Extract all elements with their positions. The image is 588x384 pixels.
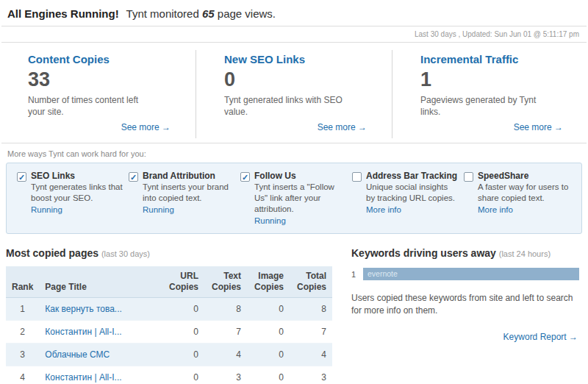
table-row: 1 Как вернуть това... 0 8 0 8 bbox=[6, 298, 332, 321]
checkbox-icon[interactable]: ✓ bbox=[129, 172, 138, 182]
col-page-title: Page Title bbox=[39, 266, 162, 298]
arrow-icon: → bbox=[358, 122, 367, 132]
see-more-label: See more bbox=[514, 122, 552, 132]
cell-url-copies: 0 bbox=[162, 298, 204, 321]
stat-incremental-traffic: Incremental Traffic 1 Pageviews generate… bbox=[392, 50, 588, 138]
stat-description: Tynt generated links with SEO value. bbox=[224, 94, 353, 118]
feature-description: Unique social insights by tracking URL c… bbox=[366, 182, 458, 204]
feature-label: Brand Attribution bbox=[143, 171, 234, 181]
keyword-bar[interactable]: evernote bbox=[363, 268, 579, 280]
cell-rank: 4 bbox=[6, 366, 39, 384]
page-title-link[interactable]: Константин | All-I... bbox=[45, 327, 121, 337]
cell-total-copies: 3 bbox=[290, 366, 332, 384]
cell-url-copies: 0 bbox=[162, 321, 204, 344]
cell-text-copies: 7 bbox=[204, 321, 247, 344]
keywords-section: Keywords driving users away (last 24 hou… bbox=[332, 247, 579, 384]
stat-value: 1 bbox=[420, 68, 570, 91]
cell-text-copies: 3 bbox=[204, 366, 247, 384]
cell-rank: 2 bbox=[6, 321, 39, 344]
feature-brand-attribution: ✓ Brand Attribution Tynt inserts your br… bbox=[129, 171, 240, 226]
see-more-label: See more bbox=[318, 122, 356, 132]
section-title: Most copied pages (last 30 days) bbox=[6, 247, 332, 259]
most-copied-table: Rank Page Title URL Copies Text Copies I… bbox=[6, 266, 332, 384]
table-row: 4 Константин | All-I... 0 3 0 3 bbox=[6, 366, 332, 384]
feature-body: Brand Attribution Tynt inserts your bran… bbox=[143, 171, 234, 226]
checkbox-icon[interactable]: ✓ bbox=[240, 172, 250, 182]
cell-rank: 3 bbox=[6, 344, 39, 366]
table-row: 2 Константин | All-I... 0 7 0 7 bbox=[6, 321, 332, 344]
cell-text-copies: 4 bbox=[204, 344, 247, 366]
see-more-link[interactable]: See more → bbox=[121, 122, 171, 132]
stat-title: Content Copies bbox=[28, 53, 178, 65]
cell-rank: 1 bbox=[6, 298, 39, 321]
features-heading: More ways Tynt can work hard for you: bbox=[0, 143, 588, 161]
col-text-copies: Text Copies bbox=[204, 266, 247, 298]
features-panel: ✓ SEO Links Tynt generates links that bo… bbox=[6, 163, 582, 234]
status-header: All Engines Running! Tynt monitored 65 p… bbox=[0, 0, 588, 26]
feature-follow-us: ✓ Follow Us Tynt inserts a "Follow Us" l… bbox=[240, 171, 352, 226]
pageview-count: 65 bbox=[202, 7, 215, 20]
feature-body: Address Bar Tracking Unique social insig… bbox=[366, 171, 458, 226]
feature-status-link[interactable]: Running bbox=[143, 205, 174, 214]
bottom-section: Most copied pages (last 30 days) Rank Pa… bbox=[0, 234, 588, 384]
stat-title: Incremental Traffic bbox=[420, 53, 570, 65]
keyword-rank: 1 bbox=[351, 270, 363, 279]
feature-status-link[interactable]: More info bbox=[478, 205, 513, 214]
feature-description: A faster way for users to share copied t… bbox=[478, 182, 570, 204]
feature-label: SpeedShare bbox=[478, 171, 570, 181]
cell-total-copies: 8 bbox=[290, 298, 332, 321]
page-title-link[interactable]: Константин | All-I... bbox=[45, 372, 121, 383]
feature-body: SEO Links Tynt generates links that boos… bbox=[31, 171, 123, 226]
cell-total-copies: 4 bbox=[290, 344, 332, 366]
feature-status-link[interactable]: Running bbox=[254, 216, 286, 225]
stat-new-seo-links: New SEO Links 0 Tynt generated links wit… bbox=[196, 50, 392, 138]
section-period: (last 30 days) bbox=[101, 249, 150, 258]
cell-image-copies: 0 bbox=[247, 321, 290, 344]
cell-text-copies: 8 bbox=[204, 298, 247, 321]
checkbox-icon[interactable] bbox=[352, 172, 362, 182]
monitored-prefix: Tynt monitored bbox=[126, 7, 199, 20]
checkbox-icon[interactable] bbox=[464, 172, 473, 182]
keyword-report-label: Keyword Report bbox=[503, 332, 567, 342]
monitored-suffix: page views. bbox=[218, 7, 276, 20]
table-row: 3 Облачные СМС 0 4 0 4 bbox=[6, 344, 332, 366]
feature-description: Tynt generates links that boost your SEO… bbox=[31, 182, 123, 204]
feature-address-bar-tracking: Address Bar Tracking Unique social insig… bbox=[352, 171, 464, 226]
feature-speedshare: SpeedShare A faster way for users to sha… bbox=[464, 171, 576, 226]
feature-description: Tynt inserts a "Follow Us" link after yo… bbox=[254, 182, 346, 215]
section-period: (last 24 hours) bbox=[499, 249, 551, 258]
cell-image-copies: 0 bbox=[247, 366, 290, 384]
keyword-row: 1 evernote bbox=[351, 268, 579, 280]
page-title-link[interactable]: Облачные СМС bbox=[45, 349, 110, 360]
stat-value: 0 bbox=[224, 68, 374, 91]
cell-url-copies: 0 bbox=[162, 344, 204, 366]
arrow-icon: → bbox=[569, 332, 578, 342]
feature-label: SEO Links bbox=[31, 171, 123, 181]
page-title-link[interactable]: Как вернуть това... bbox=[45, 304, 122, 314]
feature-status-link[interactable]: Running bbox=[31, 205, 62, 214]
see-more-link[interactable]: See more → bbox=[318, 122, 367, 132]
feature-status-link[interactable]: More info bbox=[366, 205, 401, 214]
see-more-link[interactable]: See more → bbox=[514, 122, 563, 132]
keyword-report-link[interactable]: Keyword Report → bbox=[503, 332, 578, 342]
col-image-copies: Image Copies bbox=[247, 266, 290, 298]
checkbox-icon[interactable]: ✓ bbox=[17, 172, 26, 182]
feature-label: Address Bar Tracking bbox=[366, 171, 458, 181]
stats-row: Content Copies 33 Number of times conten… bbox=[0, 43, 588, 143]
cell-url-copies: 0 bbox=[162, 366, 204, 384]
feature-body: Follow Us Tynt inserts a "Follow Us" lin… bbox=[254, 171, 346, 226]
arrow-icon: → bbox=[162, 122, 171, 132]
cell-image-copies: 0 bbox=[247, 344, 290, 366]
stat-content-copies: Content Copies 33 Number of times conten… bbox=[0, 50, 196, 138]
status-title: All Engines Running! bbox=[7, 7, 119, 20]
section-title: Keywords driving users away (last 24 hou… bbox=[351, 247, 579, 259]
table-header-row: Rank Page Title URL Copies Text Copies I… bbox=[6, 266, 332, 298]
most-copied-title: Most copied pages bbox=[6, 247, 98, 259]
stat-description: Pageviews generated by Tynt links. bbox=[420, 94, 549, 118]
cell-total-copies: 7 bbox=[290, 321, 332, 344]
most-copied-pages-section: Most copied pages (last 30 days) Rank Pa… bbox=[6, 247, 332, 384]
col-url-copies: URL Copies bbox=[162, 266, 204, 298]
keywords-title: Keywords driving users away bbox=[351, 247, 496, 259]
col-total-copies: Total Copies bbox=[290, 266, 332, 298]
arrow-icon: → bbox=[554, 122, 563, 132]
